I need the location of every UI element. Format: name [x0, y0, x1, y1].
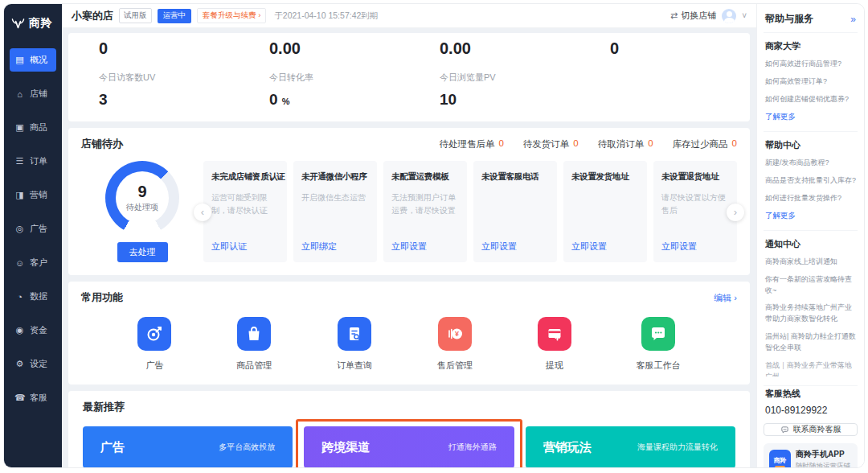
sidebar-item-settings[interactable]: ⚙设定 [10, 352, 56, 376]
help-link[interactable]: 新建/发布商品教程? [765, 158, 856, 169]
todo-counters: 待处理售后单0 待发货订单0 待取消订单0 库存过少商品0 [439, 138, 737, 150]
banner-ads[interactable]: 广告 多平台高效投放 [83, 426, 293, 467]
app-logo-icon: 商羚 [769, 450, 791, 467]
sidebar-item-label: 客户 [30, 257, 47, 269]
sidebar-item-marketing[interactable]: ◨营销 [10, 183, 56, 207]
contact-service-button[interactable]: 联系商羚客服 [764, 423, 858, 436]
sidebar-item-shop[interactable]: ⌂店铺 [10, 82, 56, 105]
sidebar: 商羚 ▤概况 ⌂店铺 ▣商品 ☰订单 ◨营销 ◎广告 ☺客户 ◔数据 ◉资金 ⚙… [4, 4, 62, 467]
recommend-banners: 广告 多平台高效投放 跨境渠道 打通海外通路 营销玩法 [83, 426, 735, 467]
quick-item-withdraw[interactable]: 提现 [538, 317, 571, 372]
todo-card-qualification: 未完成店铺资质认证 运营可能受到限制，请尽快认证 立即认证 [203, 161, 287, 262]
help-link[interactable]: 如何高效进行商品管理? [765, 59, 856, 70]
sidebar-item-goods[interactable]: ▣商品 [10, 116, 56, 139]
learn-more-link[interactable]: 了解更多 [765, 211, 856, 221]
counter-low-stock[interactable]: 库存过少商品0 [673, 138, 737, 150]
sidebar-item-label: 设定 [30, 358, 47, 370]
notice-link[interactable]: 商羚业务持续落地广州产业带助力商家数智化转化 [765, 302, 856, 325]
todo-task-cards: ‹ 未完成店铺资质认证 运营可能受到限制，请尽快认证 立即认证 未开通微信小程序… [203, 161, 737, 262]
todo-card-service-phone: 未设置客服电话 立即设置 [473, 161, 557, 262]
banner-crossborder[interactable]: 跨境渠道 打通海外通路 [304, 426, 514, 467]
app-window: 商羚 ▤概况 ⌂店铺 ▣商品 ☰订单 ◨营销 ◎广告 ☺客户 ◔数据 ◉资金 ⚙… [3, 3, 865, 468]
carousel-next-icon[interactable]: › [727, 204, 744, 221]
help-link[interactable]: 如何创建店铺促销优惠券? [765, 94, 856, 105]
notice-link[interactable]: 温州站| 商羚助力鞋企打通数智化全串联 [765, 331, 856, 354]
app-name: 商羚手机APP [796, 449, 850, 460]
banner-wrap-crossborder: 跨境渠道 打通海外通路 [304, 426, 514, 467]
help-service-panel: 帮助与服务 » 商家大学 如何高效进行商品管理? 如何高效管理订单? 如何创建店… [756, 4, 864, 467]
learn-more-link[interactable]: 了解更多 [765, 112, 856, 122]
help-panel-title: 帮助与服务 [765, 12, 813, 26]
quick-items: 广告 商品管理 订单查询 [81, 317, 737, 372]
stat-top-value: 0 [99, 39, 239, 58]
banner-wrap-marketing: 营销玩法 海量课程助力流量转化 [526, 426, 735, 467]
mobile-app-card[interactable]: 商羚 商羚手机APP 随时随地运营店铺 [764, 443, 858, 467]
sidebar-item-data[interactable]: ◔数据 [10, 285, 56, 308]
sidebar-item-orders[interactable]: ☰订单 [10, 150, 56, 173]
todo-card-action-link[interactable]: 立即绑定 [301, 241, 369, 253]
todo-card-ship-address: 未设置发货地址 立即设置 [563, 161, 647, 262]
chevron-down-icon[interactable]: ˅ [742, 11, 747, 20]
todo-card-action-link[interactable]: 立即设置 [661, 241, 729, 253]
sidebar-item-label: 营销 [30, 189, 47, 201]
svg-text:¥: ¥ [455, 330, 459, 338]
counter-to-cancel[interactable]: 待取消订单0 [598, 138, 653, 150]
chat-bubble-icon [641, 317, 675, 351]
overview-icon: ▤ [14, 55, 25, 65]
recommend-header: 最新推荐 [83, 400, 735, 414]
contact-chat-icon [780, 426, 789, 434]
notice-link[interactable]: 你有一条新的运营攻略待查收~ [765, 274, 856, 297]
settings-icon: ⚙ [14, 359, 25, 369]
service-icon: ☎ [14, 393, 25, 403]
todo-card-return-address: 未设置退货地址 请尽快设置以方便售后 立即设置 [653, 161, 737, 262]
help-link[interactable]: 商品是否支持批量引入库存? [765, 175, 856, 187]
todo-card-action-link[interactable]: 立即设置 [481, 241, 549, 253]
switch-icon: ⇄ [670, 10, 678, 21]
ads-icon: ◎ [14, 224, 25, 234]
banner-marketing[interactable]: 营销玩法 海量课程助力流量转化 [526, 426, 735, 467]
quick-item-order-search[interactable]: 订单查询 [337, 317, 372, 372]
antelope-logo-icon [11, 17, 25, 31]
handle-todo-button[interactable]: 去处理 [117, 242, 168, 262]
help-link[interactable]: 如何高效管理订单? [765, 76, 856, 88]
upgrade-renew-button[interactable]: 套餐升级与续费 › [197, 8, 266, 23]
sidebar-item-service[interactable]: ☎客服 [10, 386, 56, 409]
orders-icon: ☰ [14, 156, 25, 167]
aftersale-coin-icon: ¥ [438, 317, 472, 351]
collapse-panel-icon[interactable]: » [850, 14, 856, 25]
goods-icon: ▣ [14, 122, 25, 133]
sidebar-item-ads[interactable]: ◎广告 [10, 217, 56, 241]
ad-target-icon [137, 317, 171, 351]
sidebar-item-funds[interactable]: ◉资金 [10, 319, 56, 342]
notice-link[interactable]: 首战｜商羚业务产业带落地广州 [765, 360, 856, 376]
stat-label: 今日浏览量PV [440, 72, 579, 84]
pending-count: 9 [137, 183, 146, 201]
quick-item-ads[interactable]: 广告 [137, 317, 171, 372]
shop-todo-card: 店铺待办 待处理售后单0 待发货订单0 待取消订单0 库存过少商品0 9 待处理… [68, 128, 750, 275]
sidebar-item-customers[interactable]: ☺客户 [10, 251, 56, 274]
quick-item-aftersale[interactable]: ¥ 售后管理 [437, 317, 473, 372]
carousel-prev-icon[interactable]: ‹ [194, 204, 211, 221]
todo-card-action-link[interactable]: 立即设置 [571, 241, 639, 253]
section-merchant-university: 商家大学 如何高效进行商品管理? 如何高效管理订单? 如何创建店铺促销优惠券? … [764, 33, 858, 132]
help-link[interactable]: 如何进行批量发货操作? [765, 193, 856, 204]
switch-shop-button[interactable]: ⇄ 切换店铺 [670, 10, 716, 22]
counter-aftersale[interactable]: 待处理售后单0 [439, 138, 503, 150]
counter-value: 0 [732, 138, 737, 150]
avatar[interactable] [722, 9, 736, 23]
sidebar-item-label: 概况 [30, 54, 47, 66]
quick-item-goods-management[interactable]: 商品管理 [236, 317, 272, 372]
todo-card-action-link[interactable]: 立即认证 [211, 241, 279, 253]
recommend-card: 最新推荐 广告 多平台高效投放 跨境渠道 打通海外通路 [68, 391, 750, 467]
edit-functions-link[interactable]: 编辑 › [714, 292, 737, 304]
main-column: 小寒的店 试用版 运营中 套餐升级与续费 › 于2021-04-10 15:57… [62, 4, 756, 467]
stat-label: 今日转化率 [269, 72, 409, 84]
sidebar-item-overview[interactable]: ▤概况 [10, 48, 56, 72]
trial-badge: 试用版 [119, 8, 152, 23]
sidebar-item-label: 订单 [30, 155, 47, 167]
stat-col-uv: 0 今日访客数UV 3 [68, 39, 239, 109]
quick-item-service-workbench[interactable]: 客服工作台 [637, 317, 681, 372]
todo-card-action-link[interactable]: 立即设置 [391, 241, 459, 253]
counter-to-ship[interactable]: 待发货订单0 [523, 138, 579, 150]
notice-link[interactable]: 商羚商家线上培训通知 [765, 257, 856, 268]
